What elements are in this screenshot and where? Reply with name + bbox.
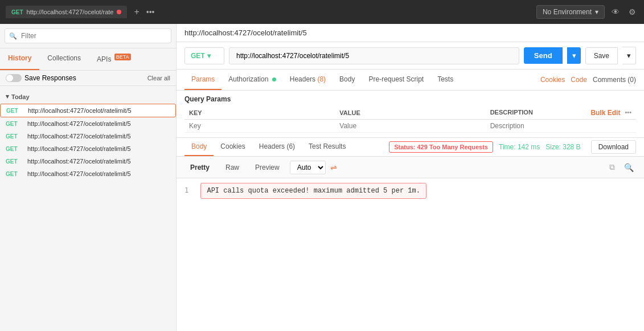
tab-tests[interactable]: Tests [430,70,460,90]
save-responses-label: Save Responses [24,74,76,82]
format-select[interactable]: Auto▾ [290,161,326,174]
add-tab-button[interactable]: + [130,6,142,18]
sidebar: 🔍 History Collections APIs BETA Save Res… [0,24,177,331]
chevron-icon: ▾ [6,93,9,100]
response-format-bar: Pretty Raw Preview Auto▾ ⇌ ⧉ 🔍 [177,157,644,178]
method-tag: GET [6,121,23,127]
env-label: No Environment [543,8,592,16]
tab-method: GET [11,9,23,15]
item-url: http://localhost:4727/ocelot/ratelimit/5 [28,107,132,114]
history-item-3[interactable]: GET http://localhost:4727/ocelot/ratelim… [0,142,176,155]
line-number: 1 [184,186,188,194]
cookies-link[interactable]: Cookies [540,76,565,84]
format-preview-button[interactable]: Preview [249,162,285,173]
main-layout: 🔍 History Collections APIs BETA Save Res… [0,24,644,331]
bulk-edit-button[interactable]: Bulk Edit [590,109,620,117]
sidebar-tabs: History Collections APIs BETA [0,48,176,71]
method-label: GET [191,52,205,60]
history-item-5[interactable]: GET http://localhost:4727/ocelot/ratelim… [0,167,176,180]
sidebar-content: ▾ Today GET http://localhost:4727/ocelot… [0,86,176,331]
tab-body[interactable]: Body [333,70,362,90]
url-input[interactable] [229,47,519,64]
history-item-4[interactable]: GET http://localhost:4727/ocelot/ratelim… [0,155,176,167]
res-tab-cookies[interactable]: Cookies [214,138,252,156]
params-title: Query Params [184,95,636,103]
response-body: 1 API calls quota exceeded! maximum admi… [177,178,644,331]
toggle-switch[interactable] [6,74,22,82]
auth-dot [272,77,276,81]
search-icon[interactable]: 🔍 [622,160,636,174]
content-area: http://localhost:4727/ocelot/ratelimit/5… [177,24,644,331]
beta-badge: BETA [114,54,131,60]
history-item-2[interactable]: GET http://localhost:4727/ocelot/ratelim… [0,130,176,142]
format-pretty-button[interactable]: Pretty [184,162,215,173]
environment-dropdown[interactable]: No Environment ▾ [536,5,605,19]
tab-collections[interactable]: Collections [39,48,89,70]
method-select[interactable]: GET ▾ [184,47,224,64]
tab-authorization[interactable]: Authorization [221,70,282,90]
item-url: http://localhost:4727/ocelot/ratelimit/5 [27,158,131,165]
response-text: API calls quota exceeded! maximum admitt… [200,183,426,199]
chevron-down-icon: ▾ [207,52,211,60]
tab-pre-request-script[interactable]: Pre-request Script [362,70,430,90]
right-links: Cookies Code Comments (0) [540,76,636,84]
method-tag: GET [6,108,23,114]
tab-history[interactable]: History [0,48,39,70]
status-badge: Status: 429 Too Many Requests [389,141,493,153]
save-button[interactable]: Save [585,47,618,64]
table-options-icon[interactable]: ••• [625,109,631,116]
clear-all-button[interactable]: Clear all [147,75,170,81]
settings-icon[interactable]: ⚙ [626,5,638,19]
code-link[interactable]: Code [571,76,587,84]
response-time: Time: 142 ms [499,143,540,151]
send-dropdown[interactable]: ▾ [567,47,581,64]
wrap-icon[interactable]: ⇌ [330,163,337,172]
response-area: Body Cookies Headers (6) Test Results St… [177,138,644,331]
sidebar-search-area: 🔍 [0,24,176,48]
format-raw-button[interactable]: Raw [220,162,245,173]
res-tab-body[interactable]: Body [184,138,214,156]
save-responses-toggle[interactable]: Save Responses [6,74,76,82]
history-item-1[interactable]: GET http://localhost:4727/ocelot/ratelim… [0,117,176,130]
item-url: http://localhost:4727/ocelot/ratelimit/5 [27,170,131,177]
description-input[interactable] [490,122,631,130]
breadcrumb: http://localhost:4727/ocelot/ratelimit/5 [184,28,307,37]
request-row: GET ▾ Send ▾ Save ▾ [177,42,644,70]
value-input[interactable] [339,122,481,130]
item-url: http://localhost:4727/ocelot/ratelimit/5 [27,133,131,140]
method-tag: GET [6,146,23,152]
more-tabs-button[interactable]: ••• [146,7,155,17]
tab-params[interactable]: Params [184,70,221,90]
download-button[interactable]: Download [591,140,636,154]
item-url: http://localhost:4727/ocelot/ratelimit/5 [27,120,131,127]
tab-headers[interactable]: Headers (8) [283,70,333,90]
method-tag: GET [6,171,23,177]
send-button[interactable]: Send [524,47,563,64]
top-bar: GET http://localhost:4727/ocelot/rate + … [0,0,644,24]
copy-icon[interactable]: ⧉ [607,160,617,174]
tab-apis[interactable]: APIs BETA [89,48,139,70]
eye-icon[interactable]: 👁 [609,5,622,19]
active-tab[interactable]: GET http://localhost:4727/ocelot/rate [6,6,127,18]
save-dropdown[interactable]: ▾ [622,47,636,64]
comments-link[interactable]: Comments (0) [593,76,636,84]
method-tag: GET [6,133,23,140]
method-tag: GET [6,158,23,165]
chevron-down-icon: ▾ [595,8,598,16]
params-table: KEY VALUE DESCRIPTION ••• Bulk Edit [184,107,636,133]
res-tab-headers[interactable]: Headers (6) [252,138,302,156]
tab-unsaved-dot [117,10,121,14]
history-item-0[interactable]: GET http://localhost:4727/ocelot/ratelim… [0,104,176,117]
env-selector: No Environment ▾ 👁 ⚙ [536,5,638,19]
res-tab-test-results[interactable]: Test Results [302,138,352,156]
key-input[interactable] [189,122,330,130]
query-params-section: Query Params KEY VALUE DESCRIPTION ••• B… [177,91,644,138]
search-icon: 🔍 [9,32,17,40]
response-size: Size: 328 B [545,143,580,151]
right-response-icons: ⧉ 🔍 [607,160,636,174]
param-row [184,120,636,133]
request-tabs: Params Authorization Headers (8) Body Pr… [177,70,644,91]
item-url: http://localhost:4727/ocelot/ratelimit/5 [27,145,131,152]
history-group-label: ▾ Today [0,89,176,104]
filter-input[interactable] [5,28,171,43]
